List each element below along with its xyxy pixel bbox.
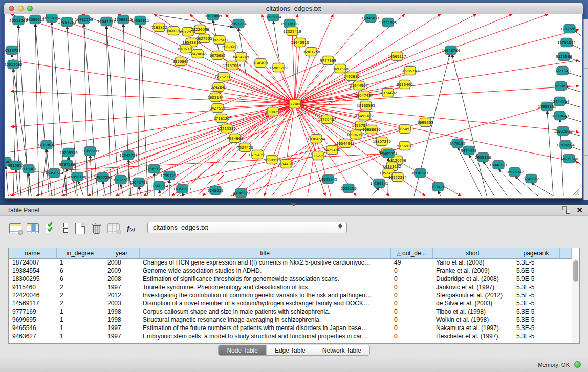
edge[interactable]	[308, 139, 316, 196]
graph-node[interactable]: 15056514	[45, 169, 63, 178]
graph-node[interactable]: 16045871	[361, 14, 380, 23]
graph-node[interactable]: 11675340	[560, 155, 578, 163]
edge[interactable]	[35, 24, 49, 196]
graph-node[interactable]: 17359939	[81, 147, 99, 156]
graph-node[interactable]: 18925342	[506, 168, 524, 177]
table-row[interactable]: 2242004622012Investigating the contribut…	[9, 291, 572, 299]
edge[interactable]	[295, 104, 366, 105]
graph-node[interactable]: 9875685	[209, 51, 225, 60]
graph-node[interactable]: 15056513	[26, 15, 45, 24]
edge[interactable]	[6, 166, 8, 196]
tab-edge-table[interactable]: Edge Table	[267, 345, 314, 355]
graph-node[interactable]: 12252254	[309, 151, 327, 160]
graph-node[interactable]: 12093832	[552, 82, 570, 91]
graph-node[interactable]: 2967608	[222, 42, 237, 51]
table-row[interactable]: 1456911722003Disruption of a novel membe…	[9, 299, 572, 308]
graph-node[interactable]: 9146821	[252, 59, 268, 68]
graph-node[interactable]: 16961758	[302, 48, 320, 56]
graph-node[interactable]: 18300295	[264, 107, 282, 116]
graph-node[interactable]: 9129966	[556, 52, 572, 61]
graph-node[interactable]: 16782760	[112, 176, 130, 184]
graph-node[interactable]: 8860128	[165, 27, 181, 35]
graph-node[interactable]: 8813054	[265, 14, 281, 21]
resize-grip-icon[interactable]	[573, 189, 579, 195]
graph-node[interactable]: 9245013	[207, 186, 223, 195]
network-canvas-container[interactable]: 2051306115056513169581071795725316782759…	[5, 14, 582, 199]
table-row[interactable]: 1872400712008Changes of HCN gene express…	[9, 258, 572, 267]
graph-node[interactable]: 17334261	[429, 183, 447, 191]
tab-network-table[interactable]: Network Table	[314, 345, 369, 355]
graph-node[interactable]: 9425406	[324, 146, 340, 155]
network-window-titlebar[interactable]: citations_edges.txt	[4, 3, 583, 14]
graph-node[interactable]: 15992971	[554, 127, 572, 136]
column-header-name[interactable]: name	[9, 248, 56, 258]
column-header-out_degree[interactable]: △out_de...	[390, 248, 432, 258]
delete-table-icon[interactable]	[90, 221, 104, 235]
graph-node[interactable]: 15885209	[269, 63, 288, 72]
edge[interactable]	[66, 168, 67, 196]
edge[interactable]	[139, 186, 141, 196]
edge[interactable]	[121, 184, 123, 196]
graph-node[interactable]: 16846521	[489, 161, 508, 169]
network-view-window[interactable]: citations_edges.txt 20513061150565131695…	[4, 3, 583, 199]
graph-node[interactable]: 9245012	[523, 174, 539, 183]
graph-node[interactable]: 2718126	[213, 114, 230, 123]
edge[interactable]	[372, 187, 379, 196]
graph-node[interactable]: 18925343	[319, 175, 337, 184]
graph-node[interactable]: 9699695	[417, 118, 433, 127]
graph-node[interactable]: 11568313	[114, 15, 133, 24]
graph-node[interactable]: 20313721	[5, 46, 21, 55]
edge[interactable]	[295, 52, 311, 104]
close-panel-icon[interactable]: ✕	[576, 206, 583, 214]
edge[interactable]	[159, 190, 160, 196]
table-settings-icon[interactable]	[8, 221, 23, 235]
graph-node[interactable]: 15495492	[355, 112, 374, 120]
graph-node[interactable]: 11251925	[379, 18, 397, 27]
graph-node[interactable]: 8427552	[209, 104, 225, 113]
graph-node[interactable]: 14350611	[131, 16, 149, 25]
edge[interactable]	[295, 14, 441, 104]
table-selector-dropdown[interactable]: citations_edges.txt	[147, 222, 347, 233]
select-rows-icon[interactable]	[43, 221, 57, 235]
scrollbar-thumb[interactable]	[573, 260, 578, 282]
graph-node[interactable]: 7462610	[343, 72, 359, 81]
edge[interactable]	[123, 24, 129, 196]
graph-node[interactable]: 17016504	[556, 141, 575, 149]
graph-node[interactable]: 18807249	[373, 137, 391, 146]
graph-node[interactable]: 9777169	[320, 56, 336, 65]
graph-node[interactable]: 14196141	[370, 179, 388, 188]
edge[interactable]	[138, 25, 140, 196]
graph-node[interactable]: 9115461	[20, 165, 36, 173]
graph-node[interactable]: 9390867	[172, 57, 188, 66]
graph-node[interactable]: 9756928	[397, 142, 412, 150]
edge[interactable]	[531, 183, 553, 196]
column-header-year[interactable]: year	[104, 248, 139, 258]
new-document-icon[interactable]	[73, 221, 87, 235]
graph-node[interactable]: 7163822	[151, 23, 167, 32]
edge[interactable]	[78, 181, 83, 196]
memory-status-indicator[interactable]	[574, 361, 581, 368]
column-header-title[interactable]: title	[139, 248, 390, 258]
graph-node[interactable]: 9115460	[397, 80, 412, 89]
edge[interactable]	[67, 26, 77, 196]
column-header-short[interactable]: short	[432, 248, 513, 258]
network-canvas[interactable]: 2051306115056513169581071795725316782759…	[5, 14, 582, 198]
graph-node[interactable]: 9242848	[210, 83, 226, 92]
select-columns-icon[interactable]	[26, 221, 40, 235]
graph-node[interactable]: 2803144	[207, 93, 224, 102]
graph-node[interactable]: 17957255	[160, 171, 179, 180]
graph-node[interactable]: 16846522	[232, 189, 250, 198]
graph-node[interactable]: 16958108	[68, 172, 86, 181]
graph-node[interactable]: 16648784	[442, 46, 460, 55]
graph-node[interactable]: 20513062	[5, 60, 23, 69]
table-row[interactable]: 1938455462009Genome-wide association stu…	[9, 267, 572, 275]
edge[interactable]	[272, 139, 316, 196]
graph-node[interactable]: 9097588	[59, 160, 75, 169]
graph-node[interactable]: 12752112	[214, 73, 233, 81]
graph-node[interactable]: 12042757	[97, 17, 116, 26]
edge[interactable]	[295, 104, 579, 163]
graph-node[interactable]: 18985742	[401, 67, 419, 75]
function-builder-icon[interactable]: f(x)	[124, 221, 138, 235]
graph-node[interactable]: 20513061	[9, 16, 28, 25]
graph-node[interactable]: 2935159	[340, 184, 356, 193]
